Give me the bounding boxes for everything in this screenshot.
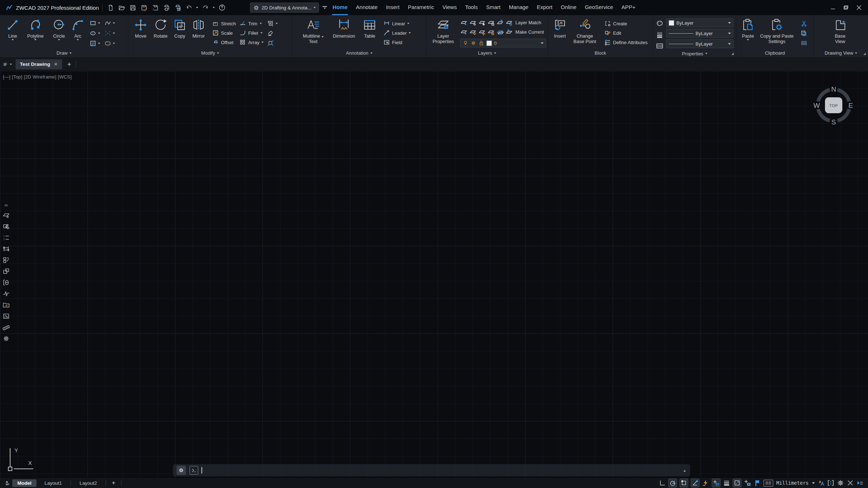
layer-lock-icon[interactable]	[487, 19, 495, 26]
compass-south[interactable]: S	[831, 118, 836, 126]
workspace-selector[interactable]: 2D Drafting & Annota...	[250, 3, 319, 13]
fence-tool-icon[interactable]	[3, 245, 10, 253]
tab-tools[interactable]: Tools	[465, 0, 478, 15]
polyline-button[interactable]: Polyline	[22, 17, 48, 41]
layers-panel-label[interactable]: Layers	[426, 48, 548, 58]
redo-dropdown-caret[interactable]	[213, 7, 215, 8]
define-attributes-button[interactable]: Define Attributes	[604, 39, 647, 46]
drawing-menu-button[interactable]	[3, 61, 12, 67]
redo-button[interactable]	[201, 4, 209, 12]
layer-freeze-icon[interactable]	[469, 19, 477, 26]
move-button[interactable]: Move	[131, 17, 150, 39]
command-history-expand-icon[interactable]: ▲	[683, 468, 686, 472]
create-block-button[interactable]: Create	[604, 20, 647, 27]
arc-button[interactable]: Arc	[69, 17, 86, 41]
hatch-button[interactable]	[90, 40, 100, 47]
save-all-button[interactable]	[151, 4, 159, 12]
fillet-button[interactable]: Fillet	[239, 30, 264, 36]
annotation-flag-icon[interactable]	[754, 479, 761, 487]
dynamic-input-toggle[interactable]	[712, 479, 720, 487]
command-settings-button[interactable]	[176, 466, 186, 475]
color-combo[interactable]: ByLayer	[666, 18, 733, 27]
block-panel-label[interactable]: Block	[548, 48, 653, 58]
clean-screen-icon[interactable]	[847, 479, 854, 487]
drawing-canvas[interactable]: [—] [Top] [2D Wireframe] [WCS] N S W E T…	[0, 71, 868, 478]
block-edit-tool-icon[interactable]	[3, 223, 10, 230]
layer-bulb-icon[interactable]	[469, 28, 477, 36]
point-button[interactable]	[105, 30, 115, 37]
group-tool-icon[interactable]	[3, 256, 10, 264]
layout2-tab[interactable]: Layout2	[75, 479, 102, 487]
lineweight-combo[interactable]: ByLayer	[666, 29, 733, 38]
stretch-button[interactable]: Stretch	[212, 20, 236, 27]
base-view-button[interactable]: BaseView	[827, 17, 853, 44]
tab-smart[interactable]: Smart	[486, 0, 501, 15]
help-button[interactable]	[218, 4, 226, 12]
mirror-button[interactable]: Mirror	[188, 17, 209, 39]
undo-dropdown-caret[interactable]	[196, 7, 198, 8]
copy-clipboard-icon[interactable]	[801, 30, 807, 37]
circle-button[interactable]: Circle	[48, 17, 69, 41]
linetype-icon[interactable]	[656, 42, 663, 50]
linetype-combo[interactable]: ByLayer	[666, 39, 733, 48]
save-as-button[interactable]	[140, 4, 148, 12]
layer-sun-icon[interactable]	[478, 28, 486, 36]
command-bar[interactable]: ▲	[173, 464, 690, 476]
collapse-ribbon-button[interactable]	[323, 6, 327, 9]
tab-parametric[interactable]: Parametric	[408, 0, 435, 15]
rotate-button[interactable]: Rotate	[150, 17, 171, 39]
tab-geoservice[interactable]: GeoService	[584, 0, 613, 15]
print-preview-button[interactable]	[174, 4, 182, 12]
linear-dimension-button[interactable]: Linear	[383, 20, 411, 27]
tab-views[interactable]: Views	[442, 0, 457, 15]
object-snap-toggle[interactable]	[680, 479, 688, 487]
draw-panel-label[interactable]: Draw	[0, 48, 128, 58]
scale-button[interactable]: Scale	[212, 30, 236, 36]
dimension-button[interactable]: Dimension	[328, 17, 359, 39]
coordinate-readout[interactable]: 0.0	[763, 480, 773, 487]
tab-manage[interactable]: Manage	[509, 0, 529, 15]
paste-settings-icon[interactable]	[801, 40, 807, 46]
array-button[interactable]: Array	[239, 39, 264, 46]
grid-display-toggle[interactable]	[733, 479, 741, 487]
rectangle-button[interactable]	[90, 20, 100, 26]
ellipse-button[interactable]	[90, 30, 100, 37]
compass-north[interactable]: N	[831, 85, 836, 93]
copy-paste-settings-button[interactable]: Copy and PasteSettings	[757, 17, 797, 44]
modify-panel-label[interactable]: Modify	[128, 48, 292, 58]
layer-combo[interactable]: 0	[460, 39, 546, 47]
make-current-button[interactable]: Make Current	[505, 28, 544, 36]
layer-on-icon[interactable]	[460, 19, 468, 26]
tab-online[interactable]: Online	[561, 0, 577, 15]
layer-thaw-icon[interactable]	[478, 19, 486, 26]
copy-button[interactable]: Copy	[171, 17, 188, 39]
close-button[interactable]	[854, 2, 864, 13]
line-button[interactable]: Line	[3, 17, 22, 41]
polyline-edit-tool-icon[interactable]	[3, 290, 10, 297]
minimize-button[interactable]	[827, 2, 838, 13]
tab-home[interactable]: Home	[332, 0, 348, 15]
print-button[interactable]	[162, 4, 170, 12]
polar-tracking-toggle[interactable]	[668, 479, 677, 487]
align-button[interactable]	[267, 20, 278, 27]
export-folder-tool-icon[interactable]	[3, 301, 10, 309]
toolbar-drag-handle[interactable]	[3, 203, 10, 208]
units-dropdown-caret[interactable]	[812, 482, 815, 484]
drawing-view-dialog-launcher[interactable]: ◢	[863, 52, 866, 55]
explode-button[interactable]	[267, 40, 278, 46]
doc-tab-test-drawing[interactable]: Test Drawing ✕	[16, 59, 62, 69]
table-button[interactable]: Table	[359, 17, 380, 39]
restore-button[interactable]	[841, 2, 851, 13]
copy-nested-tool-icon[interactable]	[3, 268, 10, 275]
undo-button[interactable]	[185, 4, 193, 12]
tab-insert[interactable]: Insert	[386, 0, 400, 15]
dynamic-ucs-icon[interactable]	[702, 479, 709, 487]
layout1-tab[interactable]: Layout1	[39, 479, 67, 487]
field-button[interactable]: Field	[383, 39, 411, 46]
doc-tab-close-icon[interactable]: ✕	[54, 61, 58, 67]
units-label[interactable]: Millimeters	[776, 480, 809, 486]
edit-block-button[interactable]: Edit	[604, 30, 647, 36]
clipboard-panel-label[interactable]: Clipboard	[736, 48, 813, 58]
insert-button[interactable]: Insert	[551, 17, 569, 39]
new-layout-button[interactable]: +	[112, 479, 115, 487]
